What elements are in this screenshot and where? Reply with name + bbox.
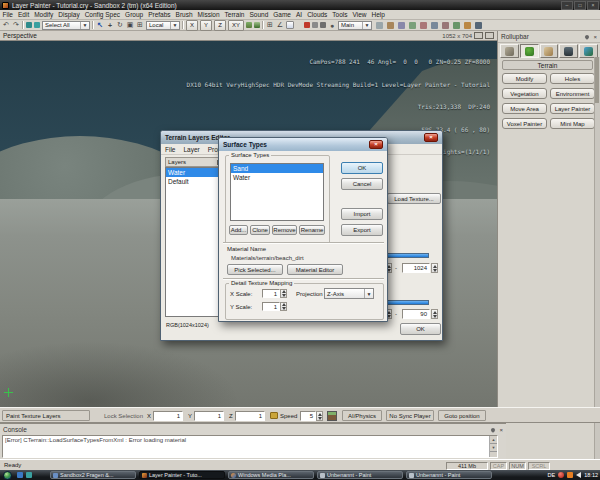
menu-game[interactable]: Game (271, 11, 294, 18)
layer-dropdown[interactable]: Main▼ (338, 21, 372, 30)
surface-types-titlebar[interactable]: Surface Types × (219, 138, 387, 151)
toolbar-right-icon[interactable] (442, 22, 449, 29)
selection-mask-dropdown[interactable]: Select All▼ (42, 21, 90, 30)
export-button[interactable]: Export (341, 224, 383, 236)
scale-tool-icon[interactable]: ▣ (126, 21, 134, 30)
ok-button[interactable]: OK (400, 323, 441, 335)
layers-panel-header[interactable]: Layers (165, 157, 225, 167)
toolbar-right-icon[interactable] (464, 22, 471, 29)
y-coord-field[interactable]: 1 (194, 411, 224, 421)
spinner[interactable] (280, 302, 287, 311)
lock-selection-toggle[interactable]: Lock Selection (104, 413, 143, 419)
ai-physics-button[interactable]: AI/Physics (342, 410, 382, 421)
close-icon[interactable]: × (424, 133, 438, 142)
taskbar-button-paint2[interactable]: Unbenannt - Paint (406, 471, 492, 479)
snap-angle-icon[interactable]: ∠ (276, 21, 284, 30)
tile-resolution-field[interactable]: 1024 (402, 263, 430, 273)
quick-launch-icon[interactable] (17, 472, 23, 478)
undo-icon[interactable]: ↶ (2, 21, 10, 30)
menu-help[interactable]: Help (369, 11, 387, 18)
close-icon[interactable]: × (369, 140, 383, 149)
terrain-snap-icon[interactable] (246, 22, 252, 28)
layer-item-default[interactable]: Default (166, 177, 224, 186)
lock-icon[interactable] (312, 22, 318, 28)
panel-close-icon[interactable]: × (499, 427, 503, 433)
load-texture-button[interactable]: Load Texture... (387, 193, 441, 204)
layers-list[interactable]: Water Default (165, 167, 225, 317)
import-button[interactable]: Import (341, 208, 383, 220)
menu-clouds[interactable]: Clouds (305, 11, 330, 18)
select-area-tool-icon[interactable]: ⊞ (136, 21, 144, 30)
tab-objects[interactable] (500, 44, 519, 58)
taskbar-button-wmp[interactable]: Windows Media Pla... (228, 471, 314, 479)
menu-terrain[interactable]: Terrain (222, 11, 247, 18)
menu-prefabs[interactable]: Prefabs (146, 11, 173, 18)
close-icon[interactable]: × (587, 1, 599, 10)
rollup-scrollbar[interactable] (594, 57, 600, 459)
ok-button[interactable]: OK (341, 162, 383, 174)
spinner[interactable] (431, 263, 438, 273)
spinner[interactable] (280, 289, 287, 298)
toolbar-right-icon[interactable] (453, 22, 460, 29)
x-coord-field[interactable]: 1 (153, 411, 183, 421)
terrain-move-area-button[interactable]: Move Area (502, 103, 547, 114)
terrain-mini-map-button[interactable]: Mini Map (550, 118, 595, 129)
pin-icon[interactable] (585, 34, 591, 40)
spinner[interactable] (316, 411, 323, 421)
menu-sound[interactable]: Sound (247, 11, 271, 18)
tab-display[interactable] (559, 44, 578, 58)
layer-item-water[interactable]: Water (166, 168, 224, 177)
toolbar-right-icon[interactable] (376, 22, 383, 29)
menu-ai[interactable]: AI (293, 11, 304, 18)
toolbar-right-icon[interactable] (409, 22, 416, 29)
viewport-maximize-icon[interactable] (485, 32, 494, 39)
add-button[interactable]: Add... (229, 225, 248, 235)
select-tool-icon[interactable]: ↖ (96, 21, 104, 30)
tab-terrain[interactable] (520, 44, 539, 58)
surface-types-list[interactable]: Sand Water (230, 163, 324, 221)
pick-selected-button[interactable]: Pick Selected... (227, 264, 283, 275)
layer-slider[interactable] (382, 253, 429, 258)
terrain-modify-button[interactable]: Modify (502, 73, 547, 84)
terrain-follow-icon[interactable] (254, 22, 260, 28)
terrain-section-header[interactable]: Terrain (502, 60, 593, 70)
goto-position-button[interactable]: Goto position (438, 410, 486, 421)
dlg-menu-file[interactable]: File (161, 146, 179, 153)
spinner[interactable] (431, 309, 438, 319)
speed-field[interactable]: 5 (300, 411, 316, 421)
terrain-layer-painter-button[interactable]: Layer Painter (550, 103, 595, 114)
maximize-icon[interactable]: □ (574, 1, 586, 10)
taskbar-button-browser[interactable]: Sandbox2 Fragen &... (50, 471, 136, 479)
language-indicator[interactable]: DE (548, 472, 556, 478)
x-scale-field[interactable]: 1 (262, 289, 280, 298)
console-log[interactable]: [Error] CTerrain::LoadSurfaceTypesFromXm… (2, 435, 498, 458)
z-coord-field[interactable]: 1 (235, 411, 265, 421)
toolbar-right-icon[interactable] (398, 22, 405, 29)
record-icon[interactable] (304, 22, 310, 28)
no-sync-player-button[interactable]: No Sync Player (386, 410, 434, 421)
remove-button[interactable]: Remove (272, 225, 297, 235)
notes-icon[interactable] (286, 21, 294, 29)
toolbar-right-icon[interactable] (431, 22, 438, 29)
tray-antivirus-icon[interactable] (558, 472, 564, 478)
menu-modify[interactable]: Modify (32, 11, 56, 18)
menu-config-spec[interactable]: Config Spec (82, 11, 122, 18)
toolbar-right-icon[interactable] (420, 22, 427, 29)
projection-dropdown[interactable]: Z-Axis▼ (324, 288, 374, 299)
tab-layers[interactable] (579, 44, 598, 58)
clock[interactable]: 18:12 (584, 472, 598, 478)
dlg-menu-layer[interactable]: Layer (179, 146, 203, 153)
terrain-environment-button[interactable]: Environment (550, 88, 595, 99)
link-icon[interactable] (26, 22, 32, 28)
tray-update-icon[interactable] (567, 472, 573, 478)
toolbar-right-icon[interactable] (475, 22, 482, 29)
menu-edit[interactable]: Edit (15, 11, 31, 18)
menu-view[interactable]: View (350, 11, 369, 18)
quick-launch-icon[interactable] (26, 472, 32, 478)
y-scale-field[interactable]: 1 (262, 302, 280, 311)
menu-display[interactable]: Display (56, 11, 82, 18)
panel-close-icon[interactable]: × (593, 34, 597, 40)
surface-type-item-water[interactable]: Water (231, 173, 323, 182)
terrain-voxel-painter-button[interactable]: Voxel Painter (502, 118, 547, 129)
taskbar-button-sandbox[interactable]: Layer Painter - Tuto... (139, 471, 225, 479)
